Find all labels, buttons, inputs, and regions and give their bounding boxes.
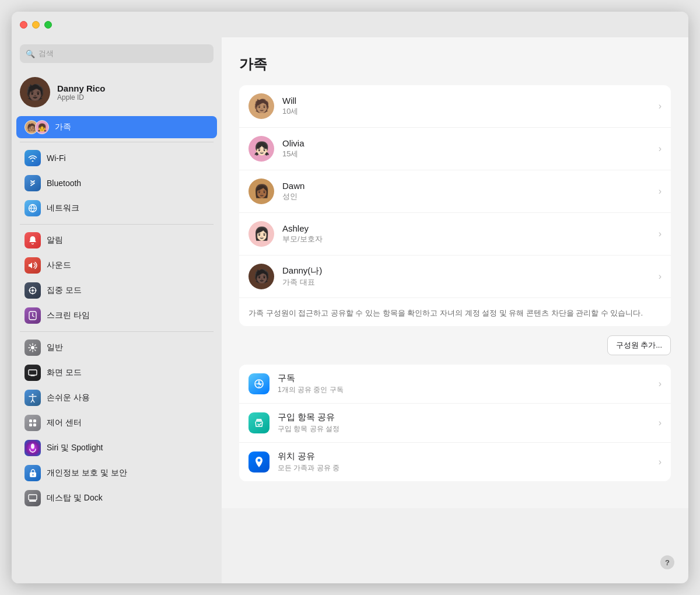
member-name: Will [282,96,659,106]
sidebar-item-network[interactable]: 네트워크 [16,196,217,220]
member-info-olivia: Olivia 15세 [282,138,659,159]
screentime-icon [24,307,41,324]
maximize-button[interactable] [44,21,52,29]
avatar: 🧑🏿 [20,77,50,107]
search-bar[interactable]: 🔍 검색 [20,44,214,63]
chevron-right-icon: › [659,457,662,467]
table-row[interactable]: 👩🏾 Dawn 성인 › [239,170,671,213]
sidebar-item-accessibility[interactable]: 손쉬운 사용 [16,386,217,410]
member-info-will: Will 10세 [282,96,659,117]
sidebar-item-label-privacy: 개인정보 보호 및 보안 [47,468,127,478]
member-name: Dawn [282,181,659,191]
sidebar-item-screentime[interactable]: 스크린 타임 [16,303,217,328]
list-item[interactable]: 구독 1개의 공유 중인 구독 › [239,365,671,404]
svg-point-7 [31,346,34,349]
svg-rect-12 [29,419,32,422]
member-age: 15세 [282,149,659,159]
user-subtitle: Apple ID [57,93,106,102]
subscription-icon [249,373,270,394]
sidebar-item-display[interactable]: 화면 모드 [16,360,217,385]
sound-icon [24,257,41,274]
service-sub: 구입 항목 공유 설정 [278,424,659,434]
svg-line-6 [33,316,34,317]
sidebar-item-privacy[interactable]: 개인정보 보호 및 보안 [16,461,217,485]
general-icon [24,340,41,356]
minimize-button[interactable] [32,21,40,29]
family-avatar-group: 🧑🏽 👧 [24,120,49,134]
svg-rect-13 [33,419,36,422]
add-member-button[interactable]: 구성원 추가... [607,335,671,355]
services-card: 구독 1개의 공유 중인 구독 › [239,365,671,481]
table-row[interactable]: 👩🏻 Ashley 부모/보호자 › [239,213,671,256]
list-item[interactable]: 구입 항목 공유 구입 항목 공유 설정 › [239,404,671,443]
search-placeholder: 검색 [38,48,54,59]
control-icon [24,415,41,431]
location-icon [249,452,270,473]
bluetooth-icon [24,175,41,191]
sidebar-item-label-bluetooth: Bluetooth [47,178,81,188]
sidebar-divider-1 [20,142,214,142]
service-sub: 모든 가족과 공유 중 [278,463,659,473]
sidebar-item-label-focus: 집중 모드 [47,285,82,296]
sidebar-item-notification[interactable]: 알림 [16,228,217,253]
focus-icon [24,282,41,299]
close-button[interactable] [20,21,27,29]
display-icon [24,365,41,381]
sidebar-item-label-wifi: Wi-Fi [47,153,66,163]
member-age: 10세 [282,106,659,117]
member-age: 부모/보호자 [282,234,659,244]
sidebar: 🔍 검색 🧑🏿 Danny Rico Apple ID 🧑🏽 👧 가족 [12,37,222,583]
sidebar-item-wifi[interactable]: Wi-Fi [16,146,217,170]
service-info-location: 위치 공유 모든 가족과 공유 중 [278,451,659,473]
content-area: 🔍 검색 🧑🏿 Danny Rico Apple ID 🧑🏽 👧 가족 [12,37,688,583]
sidebar-item-sound[interactable]: 사운드 [16,253,217,278]
main-content: 가족 🧑🏽 Will 10세 › 👧🏻 [222,37,688,508]
main-window: 🔍 검색 🧑🏿 Danny Rico Apple ID 🧑🏽 👧 가족 [12,12,688,583]
svg-rect-20 [29,495,37,500]
member-age: 성인 [282,191,659,202]
main-wrapper: 가족 🧑🏽 Will 10세 › 👧🏻 [222,37,688,583]
sidebar-item-label-desktop: 데스탑 및 Dock [47,493,103,503]
sidebar-item-family[interactable]: 🧑🏽 👧 가족 [16,116,217,138]
sidebar-item-general[interactable]: 일반 [16,335,217,360]
svg-point-24 [258,459,261,461]
chevron-right-icon: › [659,144,662,154]
help-button[interactable]: ? [660,555,674,569]
table-row[interactable]: 🧑🏽 Will 10세 › [239,85,671,128]
member-name: Olivia [282,138,659,148]
network-icon [24,200,41,216]
svg-point-16 [31,444,34,449]
titlebar [12,12,688,37]
service-name: 위치 공유 [278,451,659,462]
sidebar-item-desktop[interactable]: 데스탑 및 Dock [16,486,217,510]
wifi-icon [24,150,41,166]
table-row[interactable]: 🧑🏿 Danny(나) 가족 대표 › [239,256,671,298]
sidebar-item-bluetooth[interactable]: Bluetooth [16,171,217,195]
family-members-card: 🧑🏽 Will 10세 › 👧🏻 Olivia 15세 [239,85,671,326]
svg-rect-15 [33,424,36,426]
list-item[interactable]: 위치 공유 모든 가족과 공유 중 › [239,443,671,481]
user-name: Danny Rico [57,83,106,93]
service-info-purchase: 구입 항목 공유 구입 항목 공유 설정 [278,412,659,434]
member-avatar-danny: 🧑🏿 [249,264,274,289]
table-row[interactable]: 👧🏻 Olivia 15세 › [239,128,671,170]
service-name: 구입 항목 공유 [278,412,659,423]
sidebar-item-siri[interactable]: Siri 및 Spotlight [16,436,217,460]
search-icon: 🔍 [26,50,35,58]
sidebar-item-label-siri: Siri 및 Spotlight [47,443,103,453]
add-member-row: 구성원 추가... [239,335,671,355]
member-name: Danny(나) [282,265,659,276]
privacy-icon [24,465,41,481]
svg-point-23 [258,383,260,385]
svg-rect-8 [29,370,37,375]
sidebar-item-focus[interactable]: 집중 모드 [16,278,217,303]
sidebar-item-control[interactable]: 제어 센터 [16,411,217,435]
family-description: 가족 구성원이 접근하고 공유할 수 있는 항목을 확인하고 자녀의 계정 설정… [239,298,671,326]
member-info-ashley: Ashley 부모/보호자 [282,223,659,244]
notification-icon [24,232,41,249]
chevron-right-icon: › [659,379,662,389]
user-profile[interactable]: 🧑🏿 Danny Rico Apple ID [12,72,222,116]
member-info-danny: Danny(나) 가족 대표 [282,265,659,288]
sidebar-item-label-family: 가족 [55,122,71,132]
sidebar-item-label-notification: 알림 [47,235,63,246]
